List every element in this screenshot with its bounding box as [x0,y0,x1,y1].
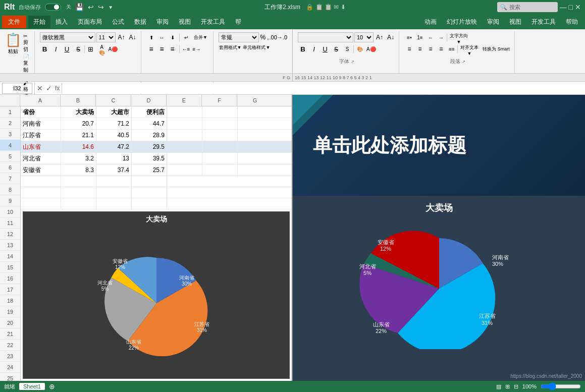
right-underline-btn[interactable]: U [320,44,330,54]
align-bottom-btn[interactable]: ⬇ [168,32,178,42]
align-right-btn[interactable]: ≡ [168,44,178,54]
row-1[interactable]: 1 [0,106,20,118]
autosave-toggle[interactable] [45,4,61,11]
save-icon[interactable]: 💾 [75,3,84,11]
align-text-btn[interactable]: 对齐文本▼ [458,44,481,54]
cell-c6[interactable]: 37.4 [96,164,132,176]
cell-d8[interactable] [132,187,167,198]
formula-input[interactable] [64,83,583,94]
para-right-btn[interactable]: ≡ [426,44,436,54]
cell-b3[interactable]: 21.1 [61,130,96,141]
cell-e1[interactable] [167,106,202,118]
col-header-d[interactable]: D [131,95,167,106]
cell-e4[interactable] [167,141,202,152]
comma-btn[interactable]: , [267,34,269,41]
merge-btn[interactable]: 合并▼ [192,32,210,42]
cell-b6[interactable]: 8.3 [61,164,96,176]
cell-b7[interactable] [61,176,96,187]
menu-developer2[interactable]: 开发工具 [526,16,561,28]
menu-review2[interactable]: 审阅 [482,16,504,28]
right-font-size-select[interactable]: 10 [354,32,374,42]
cell-c8[interactable] [96,187,132,198]
cell-e3[interactable] [167,130,202,141]
confirm-formula-icon[interactable]: ✓ [46,84,52,92]
cell-b9[interactable] [61,198,96,209]
slide-header[interactable]: 单击此处添加标题 [293,95,585,196]
cell-g2[interactable] [238,118,273,129]
cell-d5[interactable]: 39.5 [132,153,167,164]
paste-button[interactable]: 📋 粘贴 [5,32,21,55]
align-middle-btn[interactable]: ↔ [157,32,167,42]
cell-f5[interactable] [202,153,238,164]
cell-f2[interactable] [202,118,238,129]
col-header-a[interactable]: A [20,95,61,106]
close-btn[interactable]: ✕ [575,3,581,11]
sheet-tab[interactable]: Sheet1 [19,383,45,390]
cell-g1[interactable] [238,106,273,118]
cell-a5[interactable]: 河北省 [21,153,61,164]
font-size-select[interactable]: 11 [96,32,116,42]
menu-page-layout[interactable]: 页面布局 [73,16,107,28]
cell-g4[interactable] [238,141,273,152]
row-24[interactable]: 24 [0,362,20,373]
search-bar[interactable]: 🔍 搜索 [497,2,558,12]
minimize-btn[interactable]: — [560,3,567,11]
right-bold-btn[interactable]: B [298,44,308,54]
row-6[interactable]: 6 [0,162,20,173]
increase-decimal-btn[interactable]: .00→.0 [270,34,287,40]
menu-slideshow[interactable]: 幻灯片放映 [442,16,482,28]
cell-a3[interactable]: 江苏省 [21,130,61,141]
row-13[interactable]: 13 [0,240,20,251]
cell-reference[interactable]: I32 [2,83,32,94]
view-break[interactable]: ⊟ [514,383,518,390]
strikethrough-btn[interactable]: S̶ [73,44,83,54]
row-3[interactable]: 3 [0,129,20,140]
row-5[interactable]: 5 [0,151,20,162]
menu-review[interactable]: 审阅 [151,16,174,28]
bold-btn[interactable]: B [40,44,50,54]
view-normal[interactable]: ▤ [496,383,501,390]
right-font-color-btn[interactable]: A🔴 [366,44,376,54]
col-header-b[interactable]: B [61,95,96,106]
cell-d2[interactable]: 44.7 [132,118,167,129]
cell-c4[interactable]: 47.2 [96,141,132,152]
align-top-btn[interactable]: ⬆ [146,32,156,42]
convert-smart-btn[interactable]: 转换为 Smart [481,44,511,54]
cell-a6[interactable]: 安徽省 [21,164,61,176]
menu-view[interactable]: 视图 [174,16,196,28]
cell-efg9[interactable] [167,198,292,209]
undo-icon[interactable]: ↩ [88,3,94,11]
cell-g3[interactable] [238,130,273,141]
font-grow-btn[interactable]: A↑ [117,32,127,42]
cell-f1[interactable] [202,106,238,118]
bullet-list-btn[interactable]: ≡• [404,32,414,42]
underline-btn[interactable]: U [62,44,72,54]
cell-f6[interactable] [202,164,238,176]
border-btn[interactable]: ⊞ [86,44,96,54]
cell-d6[interactable]: 25.7 [132,164,167,176]
font-name-select[interactable]: 微软雅黑 [40,32,95,42]
indent-dec-btn[interactable]: ← [426,32,436,42]
row-25[interactable]: 25 [0,373,20,381]
cell-b4[interactable]: 14.6 [61,141,96,152]
menu-developer[interactable]: 开发工具 [196,16,230,28]
cell-a8[interactable] [21,187,61,198]
cancel-formula-icon[interactable]: ✕ [37,84,43,92]
col-header-c[interactable]: C [96,95,131,106]
cell-e6[interactable] [167,164,202,176]
cell-g5[interactable] [238,153,273,164]
cell-b1[interactable]: 大卖场 [61,106,96,118]
file-menu-btn[interactable]: 文件 [2,16,26,28]
insert-function-icon[interactable]: fx [55,85,60,92]
right-fill-btn[interactable]: 🎨 [355,44,365,54]
menu-data[interactable]: 数据 [129,16,151,28]
zoom-slider[interactable] [541,382,581,390]
add-sheet-btn[interactable]: ⊕ [49,382,55,390]
row-11[interactable]: 11 [0,217,20,229]
menu-insert[interactable]: 插入 [50,16,73,28]
cell-d3[interactable]: 28.9 [132,130,167,141]
row-8[interactable]: 8 [0,184,20,195]
cell-a4[interactable]: 山东省 [21,141,61,152]
right-font-shrink-btn[interactable]: A↓ [386,32,396,42]
cell-a7[interactable] [21,176,61,187]
